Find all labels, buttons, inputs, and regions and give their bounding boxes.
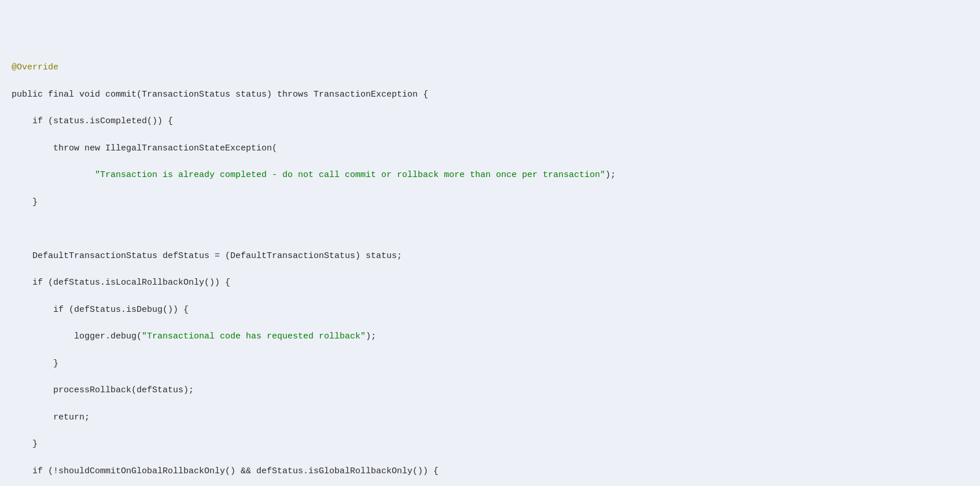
line-4: throw new IllegalTransactionStateExcepti… (12, 142, 968, 155)
line-1: @Override (12, 61, 968, 74)
annotation-override: @Override (12, 62, 58, 72)
line-2: public final void commit(TransactionStat… (12, 88, 968, 101)
line-12: } (12, 357, 968, 370)
line-5: "Transaction is already completed - do n… (12, 168, 968, 182)
line-11: logger.debug("Transactional code has req… (12, 330, 968, 343)
line-16: if (!shouldCommitOnGlobalRollbackOnly() … (12, 465, 968, 478)
line-14: return; (12, 411, 968, 424)
line-8: DefaultTransactionStatus defStatus = (De… (12, 249, 968, 263)
line-15: } (12, 437, 968, 451)
line-6: } (12, 196, 968, 209)
code-block: @Override public final void commit(Trans… (12, 34, 968, 487)
line-13: processRollback(defStatus); (12, 384, 968, 397)
line-10: if (defStatus.isDebug()) { (12, 303, 968, 316)
code-container: @Override public final void commit(Trans… (0, 0, 980, 486)
line-7 (12, 222, 968, 235)
line-9: if (defStatus.isLocalRollbackOnly()) { (12, 276, 968, 289)
line-3: if (status.isCompleted()) { (12, 115, 968, 128)
